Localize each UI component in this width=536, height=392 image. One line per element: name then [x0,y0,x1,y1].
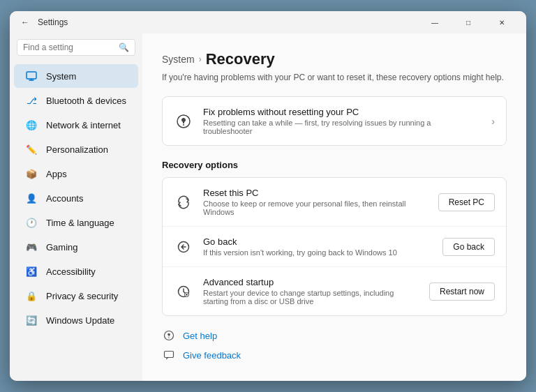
troubleshoot-card[interactable]: Fix problems without resetting your PC R… [162,96,507,146]
search-input[interactable] [23,43,114,52]
search-box[interactable]: 🔍 [17,39,135,56]
close-button[interactable]: ✕ [486,11,518,33]
sidebar-item-bluetooth[interactable]: ⎇ Bluetooth & devices [14,89,138,112]
update-icon: 🔄 [25,314,38,326]
go-back-desc: If this version isn't working, try going… [203,248,433,257]
back-button[interactable]: ← [18,15,32,29]
sidebar-item-apps[interactable]: 📦 Apps [14,162,138,186]
reset-pc-title: Reset this PC [203,188,429,198]
settings-window: ← Settings — □ ✕ 🔍 Syste [10,11,526,381]
go-back-icon [174,237,193,257]
get-help-label: Get help [183,331,217,341]
breadcrumb-arrow: › [199,54,202,64]
sidebar-label-system: System [46,71,76,82]
sidebar-item-system[interactable]: System [14,64,138,88]
sidebar-item-update[interactable]: 🔄 Windows Update [14,308,138,332]
reset-pc-button[interactable]: Reset PC [438,193,495,211]
troubleshoot-desc: Resetting can take a while — first, try … [203,119,482,135]
minimize-button[interactable]: — [419,11,451,33]
go-back-button[interactable]: Go back [442,238,495,256]
restart-now-button[interactable]: Restart now [429,282,495,301]
get-help-icon [162,329,176,342]
search-icon: 🔍 [119,43,129,52]
sidebar: 🔍 System ⎇ Bluetooth & devices 🌐 N [10,33,142,381]
sidebar-item-gaming[interactable]: 🎮 Gaming [14,235,138,259]
accounts-icon: 👤 [25,192,38,204]
advanced-startup-title: Advanced startup [203,277,419,287]
troubleshoot-icon [174,112,193,131]
svg-rect-10 [165,352,174,358]
give-feedback-link[interactable]: Give feedback [162,348,507,362]
go-back-title: Go back [203,236,433,247]
window-title: Settings [38,17,419,27]
sidebar-label-privacy: Privacy & security [46,291,118,301]
help-links: Get help Give feedback [162,329,507,362]
sidebar-item-time[interactable]: 🕐 Time & language [14,211,138,234]
advanced-startup-icon [174,282,193,301]
recovery-options-container: Reset this PC Choose to keep or remove y… [162,177,507,316]
advanced-startup-row: Advanced startup Restart your device to … [163,267,506,315]
sidebar-label-network: Network & internet [46,120,121,130]
maximize-button[interactable]: □ [452,11,484,33]
sidebar-label-gaming: Gaming [46,242,78,252]
privacy-icon: 🔒 [25,289,38,302]
recovery-options-title: Recovery options [162,160,507,170]
sidebar-label-update: Windows Update [46,315,114,326]
sidebar-item-personalization[interactable]: ✏️ Personalization [14,137,138,161]
get-help-link[interactable]: Get help [162,329,507,342]
sidebar-item-accounts[interactable]: 👤 Accounts [14,186,138,210]
chevron-right-icon: › [491,116,495,127]
breadcrumb: System › Recovery [162,50,507,68]
reset-pc-row: Reset this PC Choose to keep or remove y… [163,178,506,227]
reset-pc-desc: Choose to keep or remove your personal f… [203,199,429,216]
bluetooth-icon: ⎇ [25,94,38,107]
apps-icon: 📦 [25,167,38,180]
content-area: 🔍 System ⎇ Bluetooth & devices 🌐 N [10,33,526,381]
give-feedback-icon [162,348,176,362]
sidebar-item-accessibility[interactable]: ♿ Accessibility [14,259,138,283]
give-feedback-label: Give feedback [183,350,241,361]
svg-rect-4 [183,124,184,126]
reset-pc-text: Reset this PC Choose to keep or remove y… [203,188,429,216]
system-icon [25,70,38,82]
sidebar-label-bluetooth: Bluetooth & devices [46,96,126,106]
sidebar-label-accounts: Accounts [46,193,83,204]
sidebar-label-time: Time & language [46,218,114,228]
troubleshoot-text: Fix problems without resetting your PC R… [203,107,482,135]
sidebar-item-privacy[interactable]: 🔒 Privacy & security [14,284,138,308]
network-icon: 🌐 [25,119,38,131]
svg-rect-9 [168,338,170,339]
go-back-text: Go back If this version isn't working, t… [203,236,433,257]
sidebar-item-network[interactable]: 🌐 Network & internet [14,113,138,137]
personalization-icon: ✏️ [25,143,38,156]
sidebar-label-apps: Apps [46,169,67,179]
sidebar-label-personalization: Personalization [46,144,108,155]
time-icon: 🕐 [25,216,38,229]
main-content: System › Recovery If you're having probl… [142,33,526,381]
breadcrumb-current: Recovery [206,50,275,68]
troubleshoot-title: Fix problems without resetting your PC [203,107,482,117]
go-back-row: Go back If this version isn't working, t… [163,227,506,267]
svg-rect-0 [27,72,36,79]
window-controls: — □ ✕ [419,11,518,33]
reset-pc-icon [174,193,193,212]
breadcrumb-parent: System [162,54,195,65]
titlebar: ← Settings — □ ✕ [10,11,526,33]
advanced-startup-desc: Restart your device to change startup se… [203,289,419,306]
sidebar-label-accessibility: Accessibility [46,266,96,277]
advanced-startup-text: Advanced startup Restart your device to … [203,277,419,306]
gaming-icon: 🎮 [25,241,38,253]
page-subtitle: If you're having problems with your PC o… [162,73,507,82]
accessibility-icon: ♿ [25,265,38,278]
